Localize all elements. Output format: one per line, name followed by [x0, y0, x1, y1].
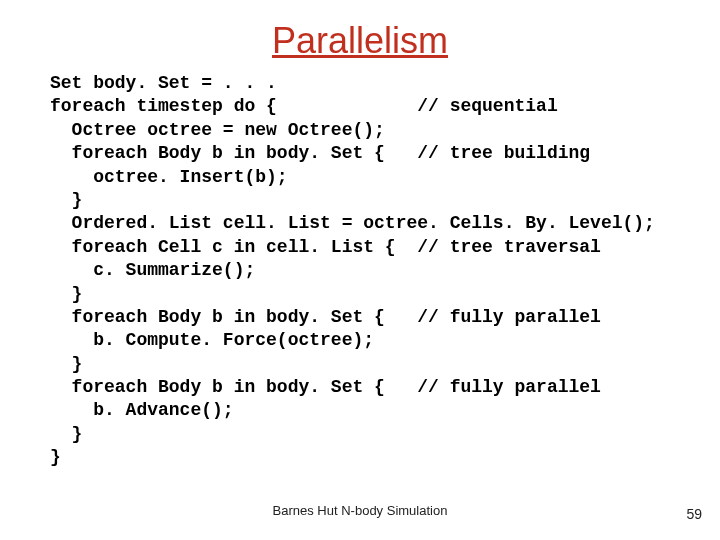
footer-text: Barnes Hut N-body Simulation: [0, 503, 720, 518]
page-number: 59: [686, 506, 702, 522]
slide: Parallelism Set body. Set = . . . foreac…: [0, 0, 720, 540]
code-block: Set body. Set = . . . foreach timestep d…: [50, 72, 720, 470]
slide-title: Parallelism: [0, 20, 720, 62]
